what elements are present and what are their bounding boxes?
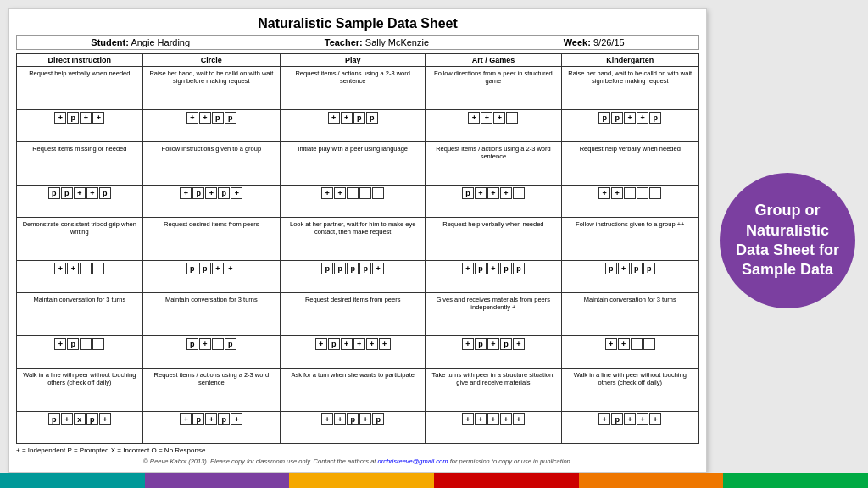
goal-text: Walk in a line with peer without touchin… — [19, 369, 141, 388]
goal-text: Demonstrate consistent tripod grip when … — [19, 219, 141, 237]
score-box: + — [205, 413, 217, 425]
goal-text: Request desired items from peers — [282, 294, 423, 305]
table-row: Request items missing or neededFollow in… — [17, 141, 699, 185]
goal-cell: Request items / actions using a 2-3 word… — [142, 368, 280, 411]
goal-cell: Request desired items from peers — [142, 217, 280, 260]
score-box: p — [500, 338, 512, 350]
score-box: p — [192, 187, 204, 199]
score-box: + — [231, 413, 242, 425]
score-box: + — [199, 112, 211, 124]
score-cell: +p+++ — [561, 411, 699, 444]
score-box: p — [353, 112, 365, 124]
score-box: p — [212, 112, 224, 124]
sidebar: Group or Naturalistic Data Sheet for Sam… — [715, 8, 860, 473]
goal-text: Request help verbally when needed — [19, 68, 141, 79]
goal-cell: Walk in a line with peer without touchin… — [17, 368, 143, 411]
table-row: Maintain conversation for 3 turnsMaintai… — [17, 292, 699, 336]
score-box: p — [67, 338, 79, 350]
score-box: + — [624, 413, 636, 425]
score-box: p — [462, 187, 474, 199]
score-box: + — [321, 413, 333, 425]
score-cell: +p — [17, 336, 143, 368]
score-box: + — [598, 187, 610, 199]
goal-text: Maintain conversation for 3 turns — [19, 294, 141, 305]
score-box: + — [618, 263, 630, 274]
score-cell: ++ — [561, 185, 699, 217]
table-row: Request help verbally when neededRaise h… — [17, 67, 699, 110]
score-box: + — [366, 338, 378, 350]
table-header-row: Direct Instruction Circle Play Art / Gam… — [17, 54, 699, 67]
score-box: + — [462, 413, 474, 425]
sidebar-circle-text: Group or Naturalistic Data Sheet for Sam… — [720, 173, 855, 308]
score-box: + — [315, 338, 327, 350]
col-header-circle: Circle — [142, 54, 280, 67]
score-cell: ++ — [561, 336, 699, 368]
goal-cell: Maintain conversation for 3 turns — [142, 292, 280, 336]
score-box: p — [225, 112, 236, 124]
score-cell: ++pp — [142, 109, 280, 141]
score-box: p — [61, 187, 73, 199]
score-box: + — [637, 112, 648, 124]
score-box: + — [199, 338, 211, 350]
score-box: + — [74, 187, 86, 199]
score-cell: +++++ — [426, 411, 561, 444]
score-cell: +p+p+ — [142, 411, 280, 444]
score-box: + — [80, 112, 92, 124]
score-cell: ++ — [281, 185, 426, 217]
goal-text: Gives and receives materials from peers … — [427, 294, 559, 313]
page-title: Naturalistic Sample Data Sheet — [16, 16, 699, 31]
score-box: + — [649, 413, 661, 425]
score-box: p — [605, 263, 617, 274]
score-box: + — [487, 187, 499, 199]
score-box: p — [366, 112, 378, 124]
score-box: p — [611, 112, 623, 124]
score-box: p — [611, 413, 623, 425]
score-box: p — [186, 338, 198, 350]
goal-text: Walk in a line with peer without touchin… — [564, 369, 698, 388]
score-cell: ++p+p — [281, 411, 426, 444]
col-header-k: Kindergarten — [561, 54, 699, 67]
goal-text: Follow directions from a peer in structu… — [427, 68, 559, 86]
score-cell: +p++++ — [281, 336, 426, 368]
score-box: p — [48, 413, 60, 425]
score-box: p — [328, 338, 340, 350]
score-cell: pp++ — [142, 260, 280, 292]
score-box — [80, 263, 92, 274]
score-box: + — [624, 112, 636, 124]
score-cell: +p+p+ — [426, 336, 561, 368]
goal-cell: Look at her partner, wait for him to mak… — [281, 217, 426, 260]
color-bar-segment — [579, 473, 724, 488]
goal-text: Raise her hand, wait to be calld on with… — [564, 68, 698, 86]
goal-cell: Request items / actions using a 2-3 word… — [426, 141, 561, 185]
score-box: + — [353, 338, 365, 350]
goal-cell: Maintain conversation for 3 turns — [561, 292, 699, 336]
col-header-play: Play — [281, 54, 426, 67]
goal-text: Request items / actions using a 2-3 word… — [145, 369, 278, 388]
score-box: + — [86, 187, 98, 199]
score-cell: +p+p+ — [142, 185, 280, 217]
score-box: p — [631, 263, 643, 274]
score-box: p — [192, 413, 204, 425]
email-link[interactable]: drchrisreeve@gmail.com — [377, 458, 448, 465]
goal-text: Follow instructions given to a group — [145, 143, 278, 154]
score-box: + — [212, 263, 224, 274]
goal-cell: Take turns with peer in a structure situ… — [426, 368, 561, 411]
goal-text: Request help verbally when needed — [427, 219, 559, 230]
score-box: + — [462, 338, 474, 350]
score-box — [212, 338, 224, 350]
score-box — [92, 338, 104, 350]
goal-text: Raise her hand, wait to be calld on with… — [145, 68, 278, 86]
week-label: Week: 9/26/15 — [564, 37, 625, 47]
score-box: + — [61, 413, 73, 425]
score-box: + — [468, 112, 480, 124]
score-box: + — [487, 263, 499, 274]
goal-text: Request items / actions using a 2-3 word… — [427, 143, 559, 162]
goal-text: Request items missing or needed — [19, 143, 141, 154]
score-box: + — [54, 338, 66, 350]
score-box — [643, 338, 655, 350]
score-row: p+xp++p+p+++p+p++++++p+++ — [17, 411, 699, 444]
score-box — [80, 338, 92, 350]
goal-cell: Request help verbally when needed — [17, 67, 143, 110]
score-box: + — [487, 413, 499, 425]
score-box: + — [186, 112, 198, 124]
